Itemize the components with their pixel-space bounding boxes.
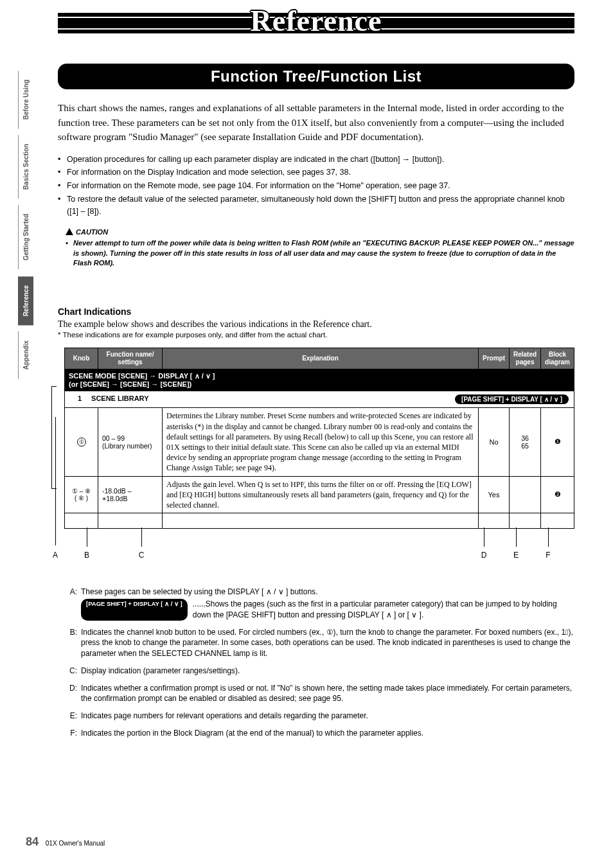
table-row <box>65 513 574 529</box>
callout-b: B <box>84 551 89 560</box>
doc-title: 01X Owner's Manual <box>46 840 105 847</box>
table-row: ① – ⑧ ( ⑥ ) -18.0dB – +18.0dB Adjusts th… <box>65 476 574 513</box>
th-func: Function name/ settings <box>98 348 163 369</box>
def-a-tail: ......Shows the pages (such as the first… <box>193 599 574 621</box>
explanation-cell: Adjusts the gain level. When Q is set to… <box>163 476 479 513</box>
main-title: Reference <box>58 4 574 38</box>
table-header-row: Knob Function name/ settings Explanation… <box>65 348 574 369</box>
pages-cell: 36 65 <box>509 408 540 476</box>
callout-d: D <box>481 551 487 560</box>
page-number: 84 <box>26 835 39 848</box>
reference-table: Knob Function name/ settings Explanation… <box>64 348 574 529</box>
callout-f: F <box>546 551 550 560</box>
prompt-cell: Yes <box>478 476 509 513</box>
tab-reference: Reference <box>18 276 33 325</box>
func-range: -18.0dB – +18.0dB <box>98 476 163 513</box>
caution-label: CAUTION <box>66 227 574 236</box>
tab-basics-section: Basics Section <box>18 135 33 199</box>
th-knob: Knob <box>65 348 98 369</box>
callout-c: C <box>139 551 145 560</box>
callout-e: E <box>513 551 519 560</box>
th-prompt: Prompt <box>478 348 509 369</box>
func-range: 00 – 99 <box>102 434 158 442</box>
def-f: F: Indicates the portion in the Block Di… <box>64 728 574 739</box>
callout-a: A <box>53 551 58 560</box>
page: Before Using Basics Section Getting Star… <box>0 0 613 868</box>
intro-paragraph: This chart shows the names, ranges and e… <box>58 101 574 145</box>
page-shift-pill-inline: [PAGE SHIFT] + DISPLAY [ ∧ / ∨ ] <box>81 599 188 621</box>
th-block: Block diagram <box>541 348 574 369</box>
caution-block: CAUTION • Never attempt to turn off the … <box>66 227 574 268</box>
def-a-line1: These pages can be selected by using the… <box>81 587 574 598</box>
callout-lines: A B C D E F <box>58 527 574 566</box>
lib-label: SCENE LIBRARY <box>91 394 148 402</box>
th-pages: Related pages <box>509 348 540 369</box>
def-b: B: Indicates the channel knob button to … <box>64 627 574 659</box>
def-a: A: These pages can be selected by using … <box>64 587 574 620</box>
scene-library-row: 1 SCENE LIBRARY [PAGE SHIFT] + DISPLAY [… <box>65 391 574 408</box>
tab-appendix: Appendix <box>18 332 33 379</box>
side-tabs: Before Using Basics Section Getting Star… <box>18 71 36 385</box>
knob-indicator: ① – ⑧ ( ⑥ ) <box>65 476 98 513</box>
bullet-2: For information on the Display Indicatio… <box>67 166 351 179</box>
caution-text: Never attempt to turn off the power whil… <box>73 238 574 268</box>
explanation-cell: Determines the Library number. Preset Sc… <box>163 408 479 476</box>
func-note: (Library number) <box>102 442 158 450</box>
def-c: C: Display indication (parameter ranges/… <box>64 666 574 677</box>
chart-indications-heading: Chart Indications <box>58 306 574 317</box>
block-cell: ❷ <box>541 476 574 513</box>
def-e: E: Indicates page numbers for relevant o… <box>64 711 574 722</box>
knob-indicator: ① <box>77 438 86 447</box>
warning-triangle-icon <box>66 228 73 235</box>
scene-mode-cell: SCENE MODE [SCENE] → DISPLAY [ ∧ / ∨ ] (… <box>65 369 574 391</box>
bullet-3: For information on the Remote mode, see … <box>67 180 450 192</box>
definitions-list: A: These pages can be selected by using … <box>64 587 574 739</box>
info-bullets: •Operation procedures for calling up eac… <box>58 154 574 218</box>
page-footer: 84 01X Owner's Manual <box>26 835 105 849</box>
bullet-4: To restore the default value of the sele… <box>67 193 574 218</box>
chart-sub1: The example below shows and describes th… <box>58 319 574 330</box>
table-row: ① 00 – 99 (Library number) Determines th… <box>65 408 574 476</box>
chart-sub2: * These indications are for example purp… <box>58 331 574 339</box>
prompt-cell: No <box>478 408 509 476</box>
tab-getting-started: Getting Started <box>18 205 33 269</box>
scene-mode-row: SCENE MODE [SCENE] → DISPLAY [ ∧ / ∨ ] (… <box>65 369 574 391</box>
block-cell: ❶ <box>541 408 574 476</box>
pages-cell <box>509 476 540 513</box>
bullet-1: Operation procedures for calling up each… <box>67 154 444 166</box>
section-title: Function Tree/Function List <box>58 64 574 89</box>
def-d: D: Indicates whether a confirmation prom… <box>64 683 574 705</box>
lib-num: 1 <box>70 394 89 402</box>
page-shift-pill: [PAGE SHIFT] + DISPLAY [ ∧ / ∨ ] <box>455 394 569 404</box>
th-explanation: Explanation <box>163 348 479 369</box>
tab-before-using: Before Using <box>18 71 33 128</box>
